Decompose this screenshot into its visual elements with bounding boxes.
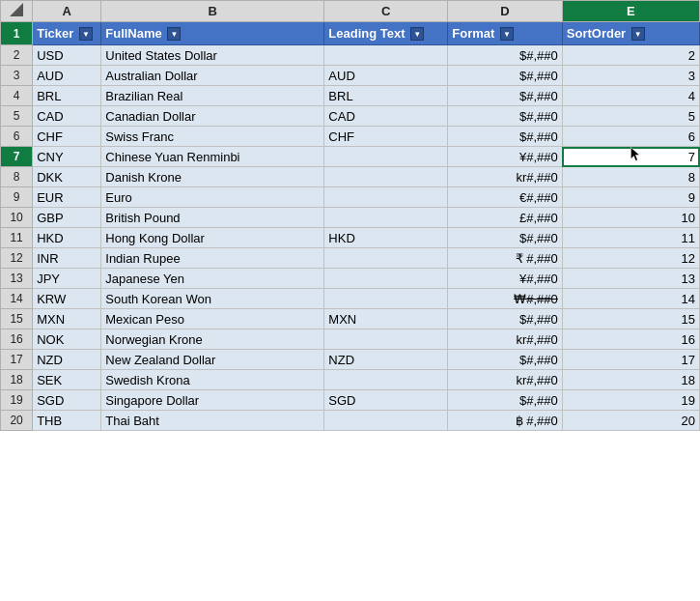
cell-leadingtext[interactable] (324, 187, 448, 208)
cell-sortorder[interactable]: 2 (562, 45, 699, 66)
cell-format[interactable]: €#,##0 (448, 187, 562, 208)
cell-fullname[interactable]: Swedish Krona (101, 370, 324, 390)
cell-leadingtext[interactable] (324, 248, 448, 269)
cell-leadingtext[interactable] (324, 45, 448, 66)
cell-ticker[interactable]: DKK (33, 167, 101, 187)
cell-ticker[interactable]: THB (33, 411, 101, 431)
cell-ticker[interactable]: SGD (33, 390, 101, 411)
cell-format[interactable]: $#,##0 (448, 45, 562, 66)
col-header-b[interactable]: B (101, 1, 324, 22)
cell-leadingtext[interactable] (324, 411, 448, 431)
cell-format[interactable]: ₩#,##0 (448, 289, 562, 309)
cell-sortorder[interactable]: 17 (562, 350, 699, 370)
cell-leadingtext[interactable]: CHF (324, 127, 448, 147)
cell-fullname[interactable]: British Pound (101, 208, 324, 228)
cell-ticker[interactable]: NZD (33, 350, 101, 370)
cell-sortorder[interactable]: 19 (562, 390, 699, 411)
cell-format[interactable]: $#,##0 (448, 309, 562, 329)
cell-ticker[interactable]: SEK (33, 370, 101, 390)
cell-format[interactable]: £#,##0 (448, 208, 562, 228)
col-header-c[interactable]: C (324, 1, 448, 22)
cell-leadingtext[interactable]: BRL (324, 86, 448, 106)
cell-leadingtext[interactable]: NZD (324, 350, 448, 370)
cell-format[interactable]: $#,##0 (448, 127, 562, 147)
cell-fullname[interactable]: Canadian Dollar (101, 106, 324, 127)
cell-fullname[interactable]: Danish Krone (101, 167, 324, 187)
cell-sortorder[interactable]: 4 (562, 86, 699, 106)
cell-sortorder[interactable]: 14 (562, 289, 699, 309)
cell-fullname[interactable]: South Korean Won (101, 289, 324, 309)
cell-fullname[interactable]: Brazilian Real (101, 86, 324, 106)
cell-fullname[interactable]: Australian Dollar (101, 66, 324, 86)
cell-fullname[interactable]: Euro (101, 187, 324, 208)
cell-format[interactable]: $#,##0 (448, 66, 562, 86)
cell-sortorder[interactable]: 6 (562, 127, 699, 147)
cell-format[interactable]: kr#,##0 (448, 167, 562, 187)
cell-sortorder[interactable]: 18 (562, 370, 699, 390)
cell-ticker[interactable]: EUR (33, 187, 101, 208)
cell-format[interactable]: kr#,##0 (448, 370, 562, 390)
cell-sortorder[interactable]: 16 (562, 329, 699, 350)
header-ticker[interactable]: Ticker ▼ (33, 22, 101, 45)
cell-fullname[interactable]: Norwegian Krone (101, 329, 324, 350)
header-format[interactable]: Format ▼ (448, 22, 562, 45)
cell-format[interactable]: kr#,##0 (448, 329, 562, 350)
cell-format[interactable]: $#,##0 (448, 350, 562, 370)
cell-ticker[interactable]: NOK (33, 329, 101, 350)
cell-leadingtext[interactable]: AUD (324, 66, 448, 86)
col-header-e[interactable]: E (562, 1, 699, 22)
cell-ticker[interactable]: BRL (33, 86, 101, 106)
cell-format[interactable]: $#,##0 (448, 86, 562, 106)
cell-fullname[interactable]: New Zealand Dollar (101, 350, 324, 370)
cell-sortorder[interactable]: 5 (562, 106, 699, 127)
cell-leadingtext[interactable]: CAD (324, 106, 448, 127)
cell-leadingtext[interactable] (324, 208, 448, 228)
cell-format[interactable]: $#,##0 (448, 106, 562, 127)
filter-ticker-icon[interactable]: ▼ (79, 27, 93, 41)
cell-fullname[interactable]: Indian Rupee (101, 248, 324, 269)
cell-leadingtext[interactable] (324, 289, 448, 309)
cell-leadingtext[interactable] (324, 370, 448, 390)
cell-ticker[interactable]: CAD (33, 106, 101, 127)
filter-sortorder-icon[interactable]: ▼ (631, 27, 645, 41)
cell-sortorder[interactable]: 12 (562, 248, 699, 269)
header-sortorder[interactable]: SortOrder ▼ (562, 22, 699, 45)
cell-sortorder[interactable]: 9 (562, 187, 699, 208)
cell-ticker[interactable]: GBP (33, 208, 101, 228)
cell-sortorder[interactable]: 7 (562, 147, 699, 167)
cell-format[interactable]: $#,##0 (448, 228, 562, 248)
cell-sortorder[interactable]: 20 (562, 411, 699, 431)
cell-sortorder[interactable]: 10 (562, 208, 699, 228)
cell-ticker[interactable]: JPY (33, 269, 101, 289)
cell-fullname[interactable]: Mexican Peso (101, 309, 324, 329)
cell-leadingtext[interactable] (324, 269, 448, 289)
cell-format[interactable]: $#,##0 (448, 390, 562, 411)
cell-fullname[interactable]: Thai Baht (101, 411, 324, 431)
cell-ticker[interactable]: HKD (33, 228, 101, 248)
col-header-d[interactable]: D (448, 1, 562, 22)
cell-leadingtext[interactable] (324, 329, 448, 350)
cell-fullname[interactable]: Swiss Franc (101, 127, 324, 147)
cell-leadingtext[interactable]: HKD (324, 228, 448, 248)
cell-ticker[interactable]: USD (33, 45, 101, 66)
cell-ticker[interactable]: KRW (33, 289, 101, 309)
cell-leadingtext[interactable]: SGD (324, 390, 448, 411)
cell-format[interactable]: ₹ #,##0 (448, 248, 562, 269)
cell-sortorder[interactable]: 13 (562, 269, 699, 289)
cell-fullname[interactable]: Japanese Yen (101, 269, 324, 289)
header-leadingtext[interactable]: Leading Text ▼ (324, 22, 448, 45)
cell-ticker[interactable]: INR (33, 248, 101, 269)
cell-fullname[interactable]: Singapore Dollar (101, 390, 324, 411)
cell-ticker[interactable]: CHF (33, 127, 101, 147)
cell-sortorder[interactable]: 15 (562, 309, 699, 329)
filter-leadingtext-icon[interactable]: ▼ (410, 27, 424, 41)
cell-fullname[interactable]: Hong Kong Dollar (101, 228, 324, 248)
cell-sortorder[interactable]: 11 (562, 228, 699, 248)
cell-fullname[interactable]: Chinese Yuan Renminbi (101, 147, 324, 167)
header-fullname[interactable]: FullName ▼ (101, 22, 324, 45)
cell-leadingtext[interactable]: MXN (324, 309, 448, 329)
cell-leadingtext[interactable] (324, 147, 448, 167)
cell-format[interactable]: ¥#,##0 (448, 269, 562, 289)
cell-sortorder[interactable]: 8 (562, 167, 699, 187)
cell-format[interactable]: ¥#,##0 (448, 147, 562, 167)
